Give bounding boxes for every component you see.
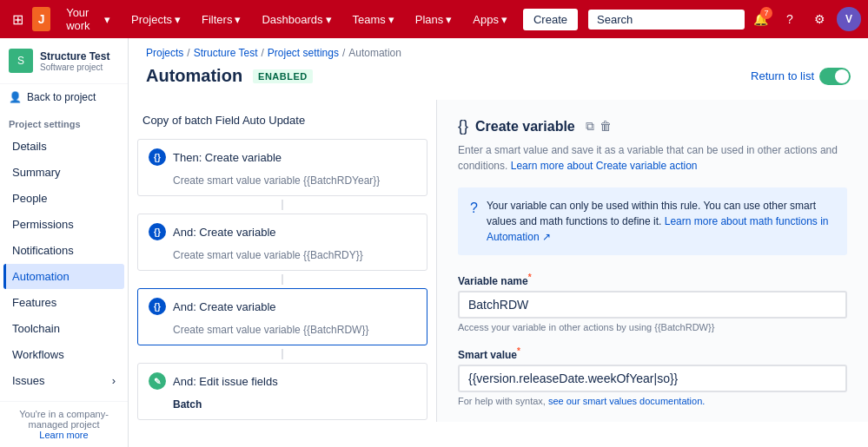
step-4-label: And: Edit issue fields bbox=[173, 375, 278, 388]
copy-button[interactable]: ⧉ bbox=[586, 119, 594, 134]
automation-toggle[interactable] bbox=[819, 68, 851, 85]
breadcrumb-structure-test[interactable]: Structure Test bbox=[194, 47, 258, 59]
nav-dashboards[interactable]: Dashboards ▾ bbox=[253, 10, 340, 30]
create-variable-panel: {} Create variable ⧉ 🗑 Enter a smart val… bbox=[437, 100, 868, 422]
sidebar-footer-link[interactable]: Learn more bbox=[9, 430, 119, 440]
step-connector-2 bbox=[282, 274, 283, 285]
create-variable-icon: {} bbox=[458, 117, 468, 135]
jira-logo[interactable]: J bbox=[32, 7, 50, 31]
help-button[interactable]: ? bbox=[778, 7, 802, 31]
smart-value-group: Smart value* For help with syntax, see o… bbox=[458, 346, 847, 406]
help-icon: ? bbox=[786, 12, 793, 26]
notification-badge: 7 bbox=[760, 7, 772, 19]
sidebar: S Structure Test Software project 👤 Back… bbox=[0, 38, 129, 447]
delete-button[interactable]: 🗑 bbox=[600, 119, 612, 134]
variable-name-input[interactable] bbox=[458, 291, 847, 319]
sidebar-item-notifications[interactable]: Notifications bbox=[3, 238, 124, 263]
top-navigation: ⊞ J Your work ▾ Projects ▾ Filters ▾ Das… bbox=[0, 0, 868, 38]
project-icon: S bbox=[9, 49, 33, 73]
step-4[interactable]: ✎ And: Edit issue fields Batch bbox=[137, 363, 427, 420]
rule-steps-panel: Copy of batch Field Auto Update {} Then:… bbox=[129, 100, 437, 422]
variable-name-group: Variable name* Access your variable in o… bbox=[458, 273, 847, 332]
nav-apps[interactable]: Apps ▾ bbox=[464, 10, 516, 30]
step-connector-1 bbox=[282, 200, 283, 210]
nav-filters[interactable]: Filters ▾ bbox=[193, 10, 249, 30]
sidebar-item-features[interactable]: Features bbox=[3, 290, 124, 315]
step-1-label: Then: Create variable bbox=[173, 151, 282, 164]
rule-title: Copy of batch Field Auto Update bbox=[129, 108, 436, 135]
sidebar-item-workflows[interactable]: Workflows bbox=[3, 342, 124, 367]
panel-description: Enter a smart value and save it as a var… bbox=[458, 142, 847, 174]
settings-button[interactable]: ⚙ bbox=[807, 7, 832, 31]
back-to-project-button[interactable]: 👤 Back to project bbox=[0, 84, 128, 110]
nav-projects[interactable]: Projects ▾ bbox=[123, 10, 189, 30]
step-1-icon: {} bbox=[149, 148, 166, 166]
nav-teams[interactable]: Teams ▾ bbox=[344, 10, 403, 30]
breadcrumb-projects[interactable]: Projects bbox=[146, 47, 183, 59]
app-layout: S Structure Test Software project 👤 Back… bbox=[0, 38, 868, 447]
learn-more-create-link[interactable]: Learn more about Create variable action bbox=[511, 160, 698, 172]
sidebar-item-summary[interactable]: Summary bbox=[3, 160, 124, 185]
page-title: Automation bbox=[146, 66, 242, 86]
create-button[interactable]: Create bbox=[523, 9, 578, 30]
sidebar-item-components[interactable]: Components bbox=[3, 394, 124, 401]
step-2-desc: Create smart value variable {{BachRDY}} bbox=[138, 249, 427, 270]
step-3[interactable]: {} And: Create variable Create smart val… bbox=[137, 288, 427, 345]
info-box: ? Your variable can only be used within … bbox=[458, 187, 847, 255]
step-1-desc: Create smart value variable {{BatchRDYea… bbox=[138, 174, 427, 195]
enabled-badge: ENABLED bbox=[253, 69, 313, 83]
step-2-icon: {} bbox=[149, 223, 166, 240]
sidebar-item-toolchain[interactable]: Toolchain bbox=[3, 316, 124, 341]
step-3-icon: {} bbox=[149, 298, 166, 315]
variable-name-label: Variable name* bbox=[458, 273, 847, 287]
return-to-list[interactable]: Return to list bbox=[751, 68, 851, 85]
nav-actions: 🔔 7 ? ⚙ V bbox=[748, 7, 861, 31]
step-4-desc: Batch bbox=[138, 398, 427, 419]
smart-value-input[interactable] bbox=[458, 365, 847, 392]
page-header: Automation ENABLED Return to list bbox=[129, 59, 868, 100]
step-1[interactable]: {} Then: Create variable Create smart va… bbox=[137, 139, 427, 196]
step-connector-3 bbox=[282, 349, 283, 359]
back-icon: 👤 bbox=[9, 91, 22, 103]
project-name: Structure Test bbox=[40, 50, 109, 62]
settings-icon: ⚙ bbox=[814, 12, 825, 26]
breadcrumb-automation: Automation bbox=[348, 47, 401, 59]
search-input[interactable] bbox=[588, 10, 745, 30]
info-icon: ? bbox=[470, 198, 478, 245]
smart-value-hint: For help with syntax, see our smart valu… bbox=[458, 396, 847, 406]
sidebar-item-people[interactable]: People bbox=[3, 186, 124, 211]
main-content: Projects / Structure Test / Project sett… bbox=[129, 38, 868, 447]
sidebar-footer-text: You're in a company-managed project bbox=[9, 409, 119, 430]
sidebar-footer: You're in a company-managed project Lear… bbox=[0, 401, 128, 447]
nav-plans[interactable]: Plans ▾ bbox=[407, 10, 461, 30]
nav-your-work[interactable]: Your work ▾ bbox=[57, 3, 119, 36]
smart-values-docs-link[interactable]: see our smart values documentation. bbox=[548, 396, 705, 406]
sidebar-item-details[interactable]: Details bbox=[3, 134, 124, 159]
breadcrumb: Projects / Structure Test / Project sett… bbox=[129, 38, 868, 59]
breadcrumb-project-settings[interactable]: Project settings bbox=[268, 47, 339, 59]
project-type: Software project bbox=[40, 62, 109, 72]
grid-icon[interactable]: ⊞ bbox=[7, 8, 29, 31]
step-4-icon: ✎ bbox=[149, 372, 166, 390]
sidebar-project: S Structure Test Software project bbox=[0, 38, 128, 84]
step-2-label: And: Create variable bbox=[173, 226, 276, 239]
avatar[interactable]: V bbox=[837, 7, 861, 31]
automation-area: Copy of batch Field Auto Update {} Then:… bbox=[129, 100, 868, 422]
sidebar-section-label: Project settings bbox=[0, 110, 128, 133]
step-3-label: And: Create variable bbox=[173, 300, 276, 313]
step-3-desc: Create smart value variable {{BatchRDW}} bbox=[138, 324, 427, 345]
variable-name-hint: Access your variable in other actions by… bbox=[458, 322, 847, 332]
smart-value-label: Smart value* bbox=[458, 346, 847, 361]
panel-title: Create variable bbox=[475, 119, 575, 135]
sidebar-item-permissions[interactable]: Permissions bbox=[3, 212, 124, 237]
sidebar-item-automation[interactable]: Automation bbox=[3, 264, 124, 289]
step-2[interactable]: {} And: Create variable Create smart val… bbox=[137, 214, 427, 271]
notifications-button[interactable]: 🔔 7 bbox=[748, 7, 772, 31]
sidebar-item-issues[interactable]: Issues › bbox=[3, 368, 124, 393]
learn-more-math-link[interactable]: Learn more about math functions in Autom… bbox=[487, 215, 829, 243]
